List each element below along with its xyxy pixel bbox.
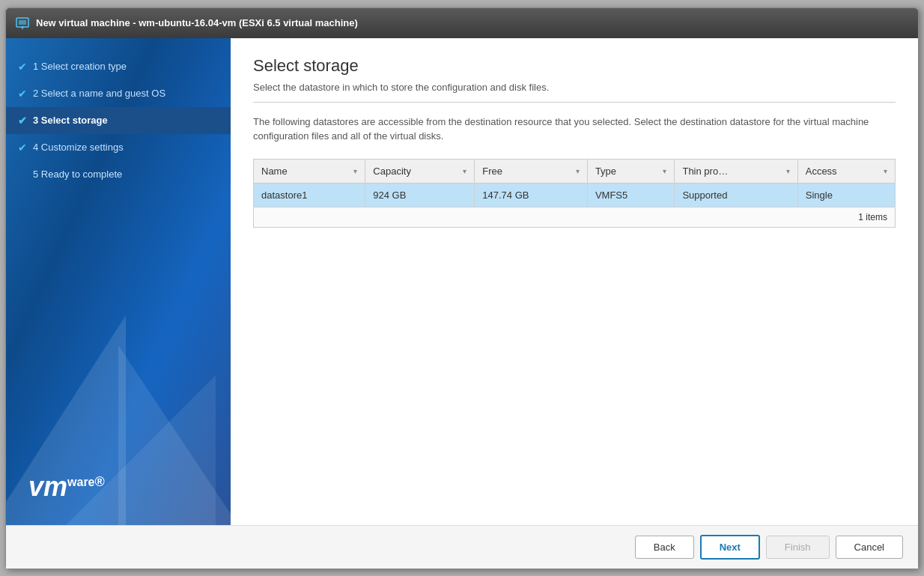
check-icon-step3: ✔ <box>18 115 27 127</box>
sort-icon-access: ▾ <box>884 167 887 175</box>
sort-icon-thin: ▾ <box>786 167 790 175</box>
col-header-thin-pro[interactable]: Thin pro… ▾ <box>675 159 797 183</box>
check-icon-step1: ✔ <box>18 61 27 73</box>
finish-button: Finish <box>766 536 830 559</box>
table-header-row: Name ▾ Capacity ▾ Free <box>254 159 896 183</box>
page-subtitle: Select the datastore in which to store t… <box>253 82 896 93</box>
description: The following datastores are accessible … <box>253 115 896 144</box>
col-header-type[interactable]: Type ▾ <box>587 159 675 183</box>
next-button[interactable]: Next <box>700 535 760 560</box>
decor-triangle-3 <box>118 345 231 525</box>
col-header-name[interactable]: Name ▾ <box>254 159 365 183</box>
sidebar-label-step5: 5 Ready to complete <box>33 169 122 180</box>
datastore-table: Name ▾ Capacity ▾ Free <box>253 159 896 207</box>
table-row[interactable]: datastore1 924 GB 147.74 GB VMFS5 Suppor… <box>254 183 896 207</box>
cell-free: 147.74 GB <box>475 183 588 207</box>
divider <box>253 102 896 103</box>
sidebar-item-step3[interactable]: ✔ 3 Select storage <box>6 107 231 134</box>
main-content: ✔ 1 Select creation type ✔ 2 Select a na… <box>6 38 918 525</box>
page-title: Select storage <box>253 56 896 76</box>
cell-name: datastore1 <box>254 183 365 207</box>
vm-icon <box>15 16 30 31</box>
cell-capacity: 924 GB <box>365 183 475 207</box>
col-header-access[interactable]: Access ▾ <box>797 159 895 183</box>
window-title: New virtual machine - wm-ubuntu-16.04-vm… <box>36 17 358 28</box>
title-bar: New virtual machine - wm-ubuntu-16.04-vm… <box>6 8 918 38</box>
back-button[interactable]: Back <box>635 536 694 559</box>
sidebar-nav: ✔ 1 Select creation type ✔ 2 Select a na… <box>6 38 231 203</box>
check-icon-step4: ✔ <box>18 142 27 154</box>
sort-icon-type: ▾ <box>663 167 666 175</box>
sidebar: ✔ 1 Select creation type ✔ 2 Select a na… <box>6 38 231 525</box>
sidebar-label-step2: 2 Select a name and guest OS <box>33 88 165 99</box>
svg-rect-1 <box>19 20 26 25</box>
col-header-free[interactable]: Free ▾ <box>475 159 588 183</box>
sidebar-label-step3: 3 Select storage <box>33 115 108 126</box>
sidebar-item-step4[interactable]: ✔ 4 Customize settings <box>6 134 231 161</box>
cell-access: Single <box>797 183 895 207</box>
sort-icon-name: ▾ <box>353 167 357 175</box>
col-header-capacity[interactable]: Capacity ▾ <box>365 159 475 183</box>
sort-icon-capacity: ▾ <box>463 167 466 175</box>
cancel-button[interactable]: Cancel <box>836 536 903 559</box>
content-area: Select storage Select the datastore in w… <box>231 38 918 525</box>
footer: Back Next Finish Cancel <box>6 525 918 569</box>
vmware-logo: vmware® <box>28 471 105 503</box>
sort-icon-free: ▾ <box>576 167 580 175</box>
sidebar-item-step5[interactable]: ✔ 5 Ready to complete <box>6 161 231 188</box>
sidebar-item-step2[interactable]: ✔ 2 Select a name and guest OS <box>6 80 231 107</box>
sidebar-item-step1[interactable]: ✔ 1 Select creation type <box>6 53 231 80</box>
cell-thin-pro: Supported <box>675 183 797 207</box>
cell-type: VMFS5 <box>587 183 675 207</box>
dialog: New virtual machine - wm-ubuntu-16.04-vm… <box>5 7 919 569</box>
sidebar-label-step4: 4 Customize settings <box>33 142 124 153</box>
check-icon-step2: ✔ <box>18 88 27 100</box>
vmware-logo-text: vmware® <box>28 471 105 503</box>
items-count: 1 items <box>253 207 896 228</box>
sidebar-label-step1: 1 Select creation type <box>33 61 127 72</box>
